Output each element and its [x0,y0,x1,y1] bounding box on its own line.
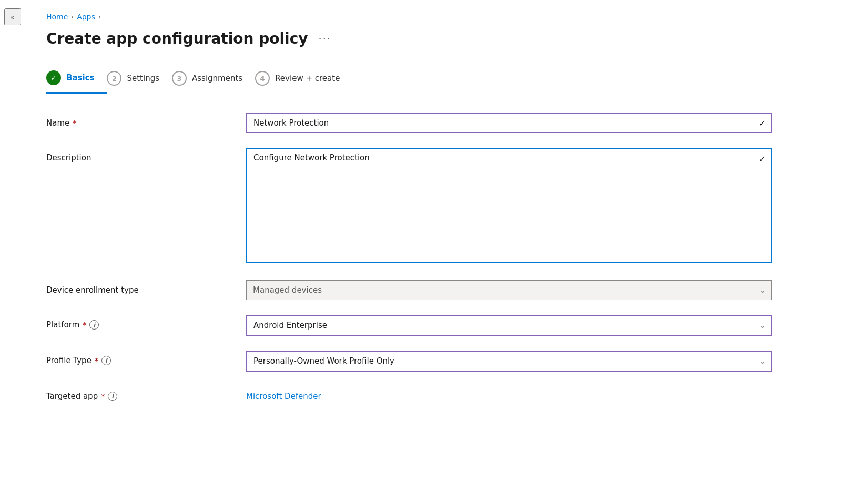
platform-control: Android Enterprise iOS/iPadOS Android de… [246,315,772,336]
profile-type-label: Profile Type * i [46,351,246,365]
name-required-indicator: * [73,119,76,127]
targeted-app-required-indicator: * [101,392,105,400]
page-title: Create app configuration policy [46,30,308,47]
step-label-basics: Basics [66,73,94,83]
platform-info-icon[interactable]: i [89,320,99,330]
platform-required-indicator: * [83,321,86,329]
sidebar-collapse-button[interactable]: « [4,8,21,25]
platform-label: Platform * i [46,315,246,330]
name-input[interactable] [246,113,772,133]
sidebar: « [0,0,25,504]
targeted-app-link[interactable]: Microsoft Defender [246,386,321,401]
more-options-button[interactable]: ··· [314,29,336,47]
breadcrumb-sep-1: › [71,13,74,20]
profile-type-select[interactable]: Personally-Owned Work Profile Only All P… [246,351,772,372]
step-basics[interactable]: ✓ Basics [46,64,107,94]
device-enrollment-select-wrapper: Managed devices Managed apps ⌄ [246,280,772,300]
form-section: Name * Description Configure Network Pro… [46,113,772,401]
description-control: Configure Network Protection [246,148,772,265]
device-enrollment-row: Device enrollment type Managed devices M… [46,280,772,300]
breadcrumb-sep-2: › [98,13,101,20]
description-row: Description Configure Network Protection [46,148,772,265]
profile-type-required-indicator: * [95,356,98,365]
collapse-icon: « [11,13,14,21]
profile-type-select-wrapper: Personally-Owned Work Profile Only All P… [246,351,772,372]
description-check-icon [759,154,766,164]
wizard-steps: ✓ Basics 2 Settings 3 Assignments 4 Revi… [46,64,842,94]
targeted-app-control: Microsoft Defender [246,386,772,401]
device-enrollment-label: Device enrollment type [46,280,246,295]
targeted-app-row: Targeted app * i Microsoft Defender [46,386,772,401]
step-circle-settings: 2 [107,71,121,86]
step-label-assignments: Assignments [192,74,242,83]
platform-select[interactable]: Android Enterprise iOS/iPadOS Android de… [246,315,772,336]
targeted-app-info-icon[interactable]: i [108,392,117,401]
device-enrollment-control: Managed devices Managed apps ⌄ [246,280,772,300]
description-input[interactable]: Configure Network Protection [246,148,772,263]
name-check-icon [759,118,766,128]
name-label: Name * [46,113,246,128]
step-review[interactable]: 4 Review + create [255,65,352,93]
breadcrumb-apps[interactable]: Apps [77,13,95,21]
step-settings[interactable]: 2 Settings [107,65,172,93]
step-label-settings: Settings [127,74,159,83]
description-textarea-wrapper: Configure Network Protection [246,148,772,265]
device-enrollment-select[interactable]: Managed devices Managed apps [246,280,772,300]
profile-type-control: Personally-Owned Work Profile Only All P… [246,351,772,372]
main-content: Home › Apps › Create app configuration p… [25,0,863,504]
profile-type-info-icon[interactable]: i [101,356,111,365]
description-label: Description [46,148,246,162]
step-circle-basics: ✓ [46,70,61,85]
platform-row: Platform * i Android Enterprise iOS/iPad… [46,315,772,336]
step-assignments[interactable]: 3 Assignments [172,65,255,93]
platform-select-wrapper: Android Enterprise iOS/iPadOS Android de… [246,315,772,336]
name-row: Name * [46,113,772,133]
step-label-review: Review + create [275,74,340,83]
step-circle-assignments: 3 [172,71,187,86]
targeted-app-label: Targeted app * i [46,386,246,401]
breadcrumb-home[interactable]: Home [46,13,68,21]
name-control [246,113,772,133]
page-title-row: Create app configuration policy ··· [46,29,842,47]
step-circle-review: 4 [255,71,270,86]
breadcrumb: Home › Apps › [46,13,842,21]
name-input-wrapper [246,113,772,133]
profile-type-row: Profile Type * i Personally-Owned Work P… [46,351,772,372]
